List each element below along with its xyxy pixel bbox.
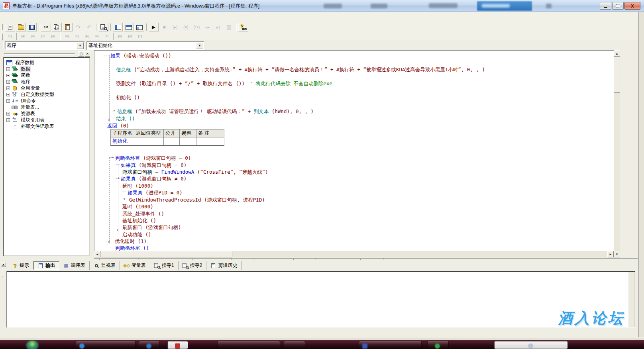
minimize-button[interactable] bbox=[600, 2, 611, 10]
cut-button[interactable]: ✂ bbox=[41, 23, 51, 31]
tree-item-函数[interactable]: +函数 bbox=[6, 72, 89, 78]
output-tab-搜寻2[interactable]: 搜寻2 bbox=[179, 261, 207, 270]
tree-expand-icon[interactable]: + bbox=[6, 80, 10, 84]
code-line[interactable]: 系统_处理事件 () bbox=[122, 211, 164, 217]
code-line[interactable]: 判断循环尾 () bbox=[115, 245, 149, 251]
table-cell[interactable] bbox=[164, 137, 180, 145]
taskbar-button-active[interactable] bbox=[167, 341, 188, 349]
code-line[interactable]: GetWindowThreadProcessId (游戏窗口句柄, 进程PID) bbox=[129, 197, 265, 203]
output-drag-handle[interactable] bbox=[2, 269, 3, 276]
start-button[interactable] bbox=[26, 341, 38, 349]
taskbar-button[interactable] bbox=[494, 341, 568, 349]
tree-expand-icon[interactable]: + bbox=[6, 86, 10, 90]
tree-item-自定义数据类型[interactable]: +自定义数据类型 bbox=[6, 91, 89, 98]
tree-item-资源表[interactable]: +◆◆资源表 bbox=[6, 110, 89, 117]
tree-item-外部文件记录表[interactable]: 外部文件记录表 bbox=[6, 123, 89, 129]
paste-button[interactable] bbox=[63, 23, 73, 31]
tree-expand-icon[interactable]: + bbox=[6, 99, 10, 103]
tree-expand-icon[interactable]: + bbox=[6, 112, 10, 116]
tree-expand-icon[interactable]: + bbox=[6, 118, 10, 122]
output-tab-搜寻1[interactable]: 搜寻1 bbox=[150, 261, 179, 270]
code-editor[interactable]: ▾ ▸ ▸ ▾ ▸ ▾ ▾ 子程序名返回值类型公开易包备 注初始化 如果 (驱动… bbox=[94, 50, 614, 251]
panel-drag-handle[interactable] bbox=[4, 53, 75, 55]
taskbar-button[interactable] bbox=[217, 341, 280, 349]
code-line[interactable]: 返回 (0) bbox=[107, 123, 129, 129]
taskbar-button[interactable] bbox=[139, 341, 159, 349]
restore-button[interactable] bbox=[612, 2, 624, 10]
code-line[interactable]: 刷新窗口 (游戏窗口句柄) bbox=[122, 224, 181, 230]
code-line[interactable]: 信息框 (“启动成功，上游戏自动注入，支持全系统.” + #换行符 + “请做一… bbox=[116, 67, 485, 73]
code-line[interactable]: 结束 () bbox=[116, 116, 135, 122]
code-line[interactable]: 延时 (1000) bbox=[122, 204, 153, 210]
output-tab-调用表[interactable]: ▦调用表 bbox=[59, 261, 90, 270]
code-line[interactable]: 判断循环首 (游戏窗口句柄 = 0) bbox=[115, 155, 191, 161]
output-content[interactable]: 酒入论坛 bbox=[6, 271, 635, 327]
tree-expand-icon[interactable]: + bbox=[6, 74, 10, 77]
scroll-up-icon[interactable]: ▲ bbox=[614, 50, 620, 57]
tree-expand-icon[interactable]: + bbox=[6, 67, 10, 71]
code-line[interactable]: 优化延时 (1) bbox=[115, 238, 147, 244]
table-cell[interactable]: 初始化 bbox=[111, 137, 134, 145]
taskbar-button[interactable] bbox=[284, 341, 305, 349]
vscroll-thumb[interactable] bbox=[614, 57, 620, 93]
table-cell[interactable] bbox=[196, 137, 224, 145]
window-vsplit-button[interactable] bbox=[113, 23, 123, 31]
code-line[interactable]: 如果真 (游戏窗口句柄 ≠ 0) bbox=[121, 176, 187, 182]
section-combo[interactable]: 程序 ▼ bbox=[5, 41, 84, 50]
panel-splitter[interactable] bbox=[90, 50, 94, 260]
scroll-down-icon[interactable]: ▼ bbox=[614, 251, 620, 257]
output-tab-输出[interactable]: 输出 bbox=[33, 261, 59, 270]
scroll-left-icon[interactable]: ◄ bbox=[94, 251, 100, 257]
tree-item-全局变量[interactable]: +全局变量 bbox=[6, 85, 89, 91]
toolbar-grip[interactable] bbox=[2, 33, 3, 40]
run-button[interactable]: ▶ bbox=[149, 23, 159, 31]
chevron-down-icon[interactable]: ▼ bbox=[196, 42, 203, 49]
chevron-down-icon[interactable]: ▼ bbox=[77, 42, 84, 49]
help-find-button[interactable]: ? bbox=[238, 23, 248, 31]
table-cell[interactable] bbox=[134, 137, 164, 145]
code-line[interactable]: 强删文件 (取运行目录 () + “/” + 取执行文件名 ()) ' 将此行代… bbox=[116, 80, 332, 86]
output-tab-剪辑历史[interactable]: 剪辑历史 bbox=[206, 261, 242, 270]
tree-item-常量表...[interactable]: 常量表... bbox=[6, 104, 89, 110]
output-tab-监视表[interactable]: 监视表 bbox=[90, 261, 120, 270]
code-line[interactable]: 初始化 () bbox=[116, 94, 140, 100]
taskbar-button[interactable] bbox=[76, 341, 135, 349]
code-line[interactable]: 如果真 (游戏窗口句柄 = 0) bbox=[121, 162, 187, 168]
subroutine-combo[interactable]: 基址初始化 ▼ bbox=[86, 41, 204, 50]
output-close-button[interactable]: x bbox=[1, 262, 6, 267]
output-vscrollbar[interactable] bbox=[628, 272, 634, 327]
copy-button[interactable] bbox=[52, 23, 62, 31]
editor-hscrollbar[interactable]: ◄ ► bbox=[94, 251, 614, 257]
new-file-button[interactable] bbox=[5, 23, 15, 31]
code-line[interactable]: 基址初始化 () bbox=[122, 218, 156, 224]
toolbar-grip[interactable] bbox=[3, 42, 4, 48]
tree-expand-icon[interactable]: + bbox=[6, 93, 10, 96]
tree-item-程序[interactable]: +程序 bbox=[6, 78, 89, 85]
tree-item-Dll命令[interactable]: +↓Dll命令 bbox=[6, 98, 89, 104]
panel-close-button[interactable]: × bbox=[84, 51, 90, 57]
table-cell[interactable] bbox=[180, 137, 196, 145]
code-line[interactable]: 信息框 (“加载未成功 请管理员运行！ 驱动错误代码：” + 到文本 (hWnd… bbox=[117, 108, 314, 114]
output-tab-提示[interactable]: ?提示 bbox=[8, 261, 33, 270]
toolbar-grip[interactable] bbox=[2, 24, 3, 30]
code-line[interactable]: 如果真 (进程PID = 0) bbox=[128, 190, 183, 196]
panel-float-button[interactable]: ◻ bbox=[78, 51, 84, 57]
code-line[interactable]: 启动功能 () bbox=[122, 231, 151, 237]
code-line[interactable]: 如果 (驱动.安装驱动 ()) bbox=[110, 53, 171, 59]
subroutine-table[interactable]: 子程序名返回值类型公开易包备 注初始化 bbox=[110, 129, 224, 146]
window-grid-button[interactable] bbox=[134, 23, 144, 31]
output-tab-变量表[interactable]: ◆◇变量表 bbox=[120, 261, 150, 270]
tree-item-模块引用表[interactable]: ++模块引用表 bbox=[6, 117, 89, 123]
table-row[interactable]: 初始化 bbox=[111, 137, 224, 145]
hscroll-thumb[interactable] bbox=[101, 251, 232, 257]
taskbar-button[interactable] bbox=[359, 341, 422, 349]
scroll-right-icon[interactable]: ► bbox=[607, 251, 614, 257]
close-button[interactable]: X bbox=[624, 2, 640, 10]
find-button[interactable] bbox=[98, 23, 108, 31]
save-button[interactable] bbox=[27, 23, 37, 31]
window-hsplit-button[interactable] bbox=[124, 23, 134, 31]
taskbar-button[interactable] bbox=[427, 341, 449, 349]
tree-item-数据[interactable]: +数据 bbox=[6, 66, 89, 72]
editor-vscrollbar[interactable]: ▲ ▼ bbox=[614, 50, 620, 257]
tree-item-程序数据[interactable]: 程序数据 bbox=[6, 59, 89, 66]
